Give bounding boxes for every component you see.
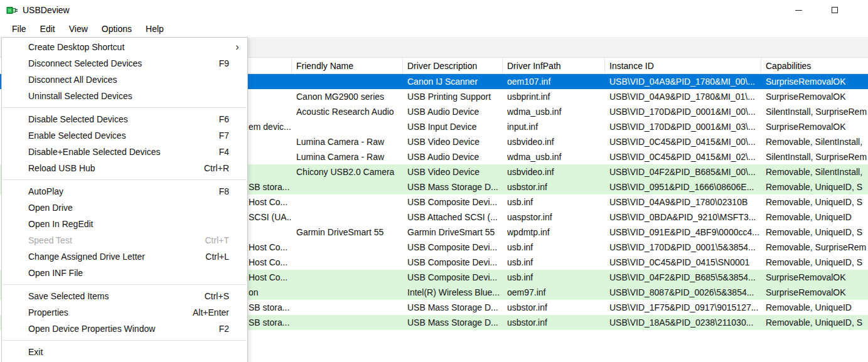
maximize-button[interactable] bbox=[817, 0, 853, 20]
cell-capabilities: SurpriseRemovalOK bbox=[761, 270, 868, 285]
cell-driver_description: USB Composite Devi... bbox=[403, 194, 503, 210]
cell-capabilities: Removable, UniqueID, S bbox=[761, 179, 868, 194]
titlebar: USBDeview bbox=[0, 0, 868, 20]
cell-driver_description: USB Mass Storage D... bbox=[403, 179, 503, 194]
menu-item-enable-selected-devices[interactable]: Enable Selected DevicesF7 bbox=[2, 127, 247, 144]
menu-item-disconnect-all-devices[interactable]: Disconnect All Devices bbox=[2, 72, 247, 88]
usbdeview-window: USBDeview FileEditViewOptionsHelp Friend… bbox=[0, 0, 868, 362]
menu-item-disable-enable-selected-devices[interactable]: Disable+Enable Selected DevicesF4 bbox=[2, 144, 247, 160]
menu-item-label: Open In RegEdit bbox=[28, 219, 94, 229]
menu-item-reload-usb-hub[interactable]: Reload USB HubCtrl+R bbox=[2, 160, 247, 176]
cell-capabilities: Removable, UniqueID, S bbox=[761, 194, 868, 210]
menubar-item-file[interactable]: File bbox=[5, 21, 33, 36]
cell-friendly_name: Lumina Camera - Raw bbox=[292, 149, 403, 164]
menu-item-shortcut: F8 bbox=[219, 186, 229, 196]
menu-item-label: Enable Selected Devices bbox=[28, 130, 126, 141]
menu-item-shortcut: Ctrl+R bbox=[204, 163, 229, 173]
menu-item-uninstall-selected-devices[interactable]: Uninstall Selected Devices bbox=[2, 88, 247, 104]
cell-friendly_name bbox=[292, 74, 403, 89]
cell-driver_infpath: input.inf bbox=[503, 119, 605, 134]
cell-friendly_name bbox=[292, 119, 403, 134]
cell-capabilities: Removable, SurpriseRem bbox=[761, 240, 868, 255]
cell-driver_description: USB Printing Support bbox=[403, 89, 503, 104]
cell-friendly_name: Chicony USB2.0 Camera bbox=[292, 164, 403, 179]
cell-driver_infpath: oem97.inf bbox=[503, 285, 605, 300]
column-header-driver_infpath[interactable]: Driver InfPath bbox=[503, 58, 605, 73]
minimize-button[interactable] bbox=[780, 0, 817, 20]
menu-separator bbox=[3, 340, 247, 341]
menu-item-open-device-properties-window[interactable]: Open Device Properties WindowF2 bbox=[2, 321, 247, 337]
menubar-item-view[interactable]: View bbox=[62, 21, 95, 36]
menu-item-create-desktop-shortcut[interactable]: Create Desktop Shortcut› bbox=[2, 39, 247, 55]
column-header-capabilities[interactable]: Capabilities bbox=[761, 58, 868, 73]
cell-capabilities: SurpriseRemovalOK bbox=[761, 89, 868, 104]
cell-driver_infpath: oem107.inf bbox=[503, 74, 605, 89]
cell-instance_id: USB\VID_0BDA&PID_9210\MSFT3... bbox=[605, 210, 761, 225]
menu-item-open-inf-file[interactable]: Open INF File bbox=[2, 265, 247, 281]
usbdeview-app-icon bbox=[6, 5, 18, 16]
menu-item-shortcut: F6 bbox=[219, 114, 229, 124]
menu-item-label: Open INF File bbox=[28, 268, 83, 278]
cell-driver_infpath: usb.inf bbox=[503, 240, 605, 255]
menu-item-open-drive[interactable]: Open Drive bbox=[2, 200, 247, 216]
cell-instance_id: USB\VID_0C45&PID_0415&MI_00\... bbox=[605, 134, 761, 149]
menubar-item-help[interactable]: Help bbox=[139, 21, 171, 36]
cell-driver_infpath: wdma_usb.inf bbox=[503, 149, 605, 164]
minimize-icon bbox=[795, 10, 802, 11]
cell-driver_infpath: wpdmtp.inf bbox=[503, 225, 605, 240]
menu-item-label: Uninstall Selected Devices bbox=[28, 91, 132, 101]
menu-item-speed-test: Speed TestCtrl+T bbox=[2, 232, 247, 248]
menu-item-disable-selected-devices[interactable]: Disable Selected DevicesF6 bbox=[2, 111, 247, 127]
menu-item-change-assigned-drive-letter[interactable]: Change Assigned Drive LetterCtrl+L bbox=[2, 248, 247, 265]
menu-item-autoplay[interactable]: AutoPlayF8 bbox=[2, 183, 247, 200]
menu-item-exit[interactable]: Exit bbox=[2, 344, 247, 360]
window-title: USBDeview bbox=[23, 5, 70, 15]
cell-capabilities: Removable, UniqueID bbox=[761, 300, 868, 315]
menu-item-label: Speed Test bbox=[28, 235, 72, 245]
cell-instance_id: USB\VID_0C45&PID_0415&MI_02\... bbox=[605, 149, 761, 164]
cell-instance_id: USB\VID_04A9&PID_1780\02310B bbox=[605, 194, 761, 210]
menu-item-label: Open Drive bbox=[28, 203, 73, 213]
menu-item-save-selected-items[interactable]: Save Selected ItemsCtrl+S bbox=[2, 288, 247, 304]
menu-item-shortcut: Ctrl+T bbox=[205, 235, 230, 245]
cell-instance_id: USB\VID_1F75&PID_0917\9015127... bbox=[605, 300, 761, 315]
menu-separator bbox=[3, 107, 247, 108]
menu-item-label: Disconnect All Devices bbox=[28, 75, 117, 85]
menu-item-label: Save Selected Items bbox=[28, 291, 109, 301]
cell-capabilities: Removable, SilentInstall, bbox=[761, 164, 868, 179]
cell-capabilities: Removable, UniqueID, S bbox=[761, 225, 868, 240]
cell-driver_description: USB Audio Device bbox=[403, 149, 503, 164]
menu-item-label: AutoPlay bbox=[28, 186, 63, 196]
column-header-friendly_name[interactable]: Friendly Name bbox=[292, 58, 403, 73]
cell-capabilities: Removable, UniqueID, S bbox=[761, 315, 868, 330]
cell-friendly_name bbox=[292, 240, 403, 255]
menubar-item-options[interactable]: Options bbox=[95, 21, 139, 36]
cell-instance_id: USB\VID_04F2&PID_B685\5&3854... bbox=[605, 270, 761, 285]
cell-driver_infpath: usb.inf bbox=[503, 270, 605, 285]
cell-driver_description: USB Composite Devi... bbox=[403, 255, 503, 270]
cell-capabilities: SurpriseRemovalOK bbox=[761, 74, 868, 89]
cell-instance_id: USB\VID_8087&PID_0026\5&3854... bbox=[605, 285, 761, 300]
menu-separator bbox=[3, 179, 247, 180]
menu-item-label: Reload USB Hub bbox=[28, 163, 95, 173]
cell-driver_infpath: usb.inf bbox=[503, 194, 605, 210]
menu-item-shortcut: F4 bbox=[219, 147, 229, 157]
cell-friendly_name bbox=[292, 194, 403, 210]
menu-item-properties[interactable]: PropertiesAlt+Enter bbox=[2, 304, 247, 321]
menu-item-label: Open Device Properties Window bbox=[28, 324, 155, 334]
cell-friendly_name: Lumina Camera - Raw bbox=[292, 134, 403, 149]
file-menu-dropdown: Create Desktop Shortcut›Disconnect Selec… bbox=[1, 37, 248, 362]
cell-driver_description: USB Attached SCSI (... bbox=[403, 210, 503, 225]
menu-item-disconnect-selected-devices[interactable]: Disconnect Selected DevicesF9 bbox=[2, 55, 247, 72]
cell-capabilities: SilentInstall, SurpriseRem bbox=[761, 104, 868, 119]
cell-driver_infpath: uaspstor.inf bbox=[503, 210, 605, 225]
cell-driver_description: Garmin DriveSmart 55 bbox=[403, 225, 503, 240]
column-header-driver_description[interactable]: Driver Description bbox=[403, 58, 503, 73]
cell-instance_id: USB\VID_170D&PID_0001&MI_03\... bbox=[605, 119, 761, 134]
column-header-instance_id[interactable]: Instance ID bbox=[605, 58, 761, 73]
cell-driver_infpath: usbprint.inf bbox=[503, 89, 605, 104]
menu-item-open-in-regedit[interactable]: Open In RegEdit bbox=[2, 216, 247, 232]
menubar-item-edit[interactable]: Edit bbox=[33, 21, 62, 36]
menu-item-shortcut: Alt+Enter bbox=[193, 307, 229, 317]
submenu-arrow-icon: › bbox=[235, 41, 239, 52]
